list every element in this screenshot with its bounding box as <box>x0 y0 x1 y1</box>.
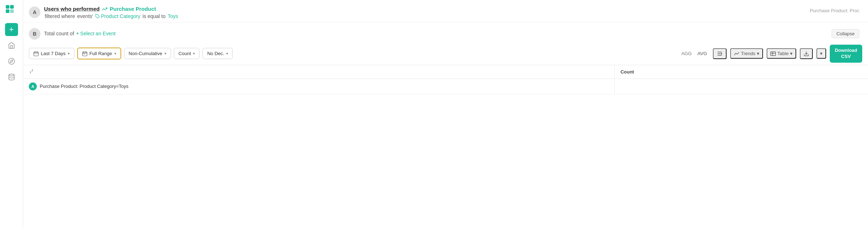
svg-marker-5 <box>10 60 13 62</box>
header-line1: Users who performed Purchase Product <box>44 6 810 12</box>
event-name-text: Purchase Product: Product Category=Toys <box>40 84 128 89</box>
non-cumulative-chevron: ▾ <box>165 52 166 55</box>
filter-op: is equal to <box>143 13 166 19</box>
no-dec-chevron: ▾ <box>226 52 228 55</box>
event-badge-a: A <box>29 82 37 90</box>
sidebar-logo <box>5 4 18 17</box>
section-b: B Total count of + Select an Event Colla… <box>23 22 868 228</box>
toolbar-row: Last 7 Days ▾ Full Range ▾ Non-Cumulativ… <box>23 43 868 65</box>
calendar-icon <box>34 51 39 56</box>
last-days-chevron: ▾ <box>68 52 70 55</box>
expand-chevron: ▾ <box>820 51 823 56</box>
svg-point-4 <box>8 58 14 64</box>
col-name-header <box>23 65 614 79</box>
step-b-badge: B <box>29 28 40 40</box>
step-a-badge: A <box>29 6 40 18</box>
data-table: Count A Purchase Product: Product Catego… <box>23 65 868 94</box>
table-chevron: ▾ <box>790 51 793 56</box>
svg-rect-22 <box>771 52 775 56</box>
svg-rect-2 <box>6 9 9 13</box>
select-event-link[interactable]: + Select an Event <box>76 31 115 36</box>
formula-icon <box>716 51 723 57</box>
svg-rect-3 <box>10 9 14 13</box>
col-count-header: Count <box>614 65 868 79</box>
sidebar-item-database[interactable] <box>5 71 18 84</box>
last-days-button[interactable]: Last 7 Days ▾ <box>29 48 74 59</box>
svg-point-6 <box>9 74 14 76</box>
collapse-button[interactable]: Collapse <box>832 29 859 38</box>
table-button[interactable]: Table ▾ <box>767 48 796 59</box>
sidebar-item-home[interactable] <box>5 39 18 52</box>
event-name-link[interactable]: Purchase Product <box>110 6 156 12</box>
avg-button[interactable]: AVG <box>695 49 709 58</box>
sidebar-item-compass[interactable] <box>5 55 18 68</box>
filter-val: Toys <box>168 13 178 19</box>
section-a-header: A Users who performed Purchase Product f… <box>23 0 868 22</box>
svg-rect-1 <box>10 5 14 9</box>
header-line2: filtered where events' Product Category … <box>44 13 810 19</box>
trends-button[interactable]: Trends ▾ <box>730 48 763 59</box>
full-range-calendar-icon <box>82 51 87 56</box>
formula-button[interactable] <box>713 48 727 59</box>
event-trend-icon <box>102 6 108 12</box>
tag-icon <box>95 14 100 19</box>
header-right-text: Purchase Product: Proc <box>810 6 859 13</box>
download-csv-button[interactable]: Download CSV <box>830 45 862 63</box>
section-b-header: B Total count of + Select an Event Colla… <box>23 22 868 43</box>
agg-label: AGG <box>681 51 692 56</box>
count-button[interactable]: Count ▾ <box>174 48 200 59</box>
table-icon <box>770 51 776 56</box>
data-table-area: Count A Purchase Product: Product Catego… <box>23 65 868 228</box>
filter-events-label: events' <box>77 13 93 19</box>
non-cumulative-button[interactable]: Non-Cumulative ▾ <box>124 48 171 59</box>
count-chevron: ▾ <box>193 52 195 55</box>
row-event-name: A Purchase Product: Product Category=Toy… <box>29 82 609 90</box>
full-range-chevron: ▾ <box>114 52 116 55</box>
download-icon <box>803 51 809 57</box>
header-content: Users who performed Purchase Product fil… <box>44 6 810 19</box>
svg-rect-0 <box>6 5 9 9</box>
row-name-cell: A Purchase Product: Product Category=Toy… <box>23 79 614 94</box>
no-dec-button[interactable]: No Dec. ▾ <box>202 48 233 59</box>
toolbar-right: AGG AVG Trend <box>681 45 862 63</box>
add-button[interactable]: + <box>5 23 18 36</box>
total-count-label: Total count of <box>44 31 74 36</box>
expand-button[interactable]: ▾ <box>816 48 826 59</box>
table-row: A Purchase Product: Product Category=Toy… <box>23 79 868 94</box>
download-icon-button[interactable] <box>800 48 813 59</box>
trends-icon <box>734 51 740 56</box>
full-range-button[interactable]: Full Range ▾ <box>77 48 121 59</box>
svg-rect-8 <box>34 52 38 56</box>
section-b-title: Total count of + Select an Event <box>44 31 832 36</box>
plus-icon: + <box>76 31 79 36</box>
row-count-cell <box>614 79 868 94</box>
sidebar: + <box>0 0 23 228</box>
sort-icon[interactable] <box>29 69 34 74</box>
performed-label: Users who performed <box>44 6 100 12</box>
trends-chevron: ▾ <box>757 51 759 56</box>
filter-prefix: filtered where <box>45 13 75 19</box>
filter-key: Product Category <box>101 13 140 19</box>
main-content: A Users who performed Purchase Product f… <box>23 0 868 228</box>
